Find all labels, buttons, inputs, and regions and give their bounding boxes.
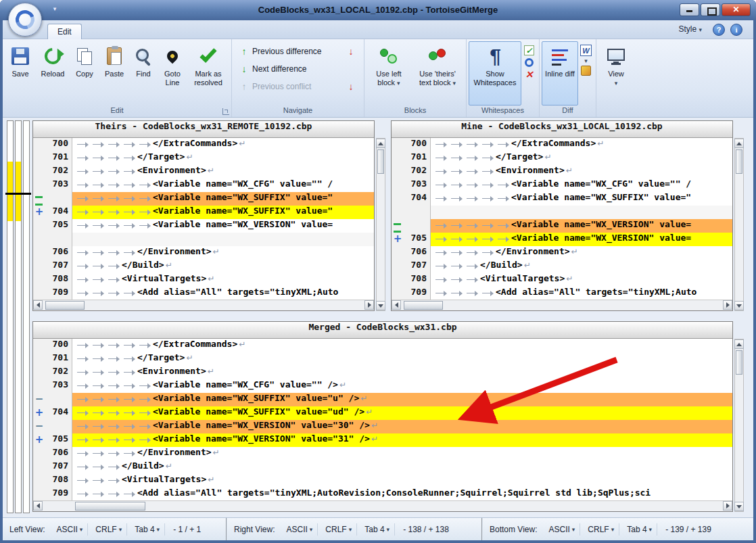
bottom-eol-select[interactable]: CRLF bbox=[583, 523, 619, 536]
mine-vertical-scrollbar[interactable] bbox=[734, 138, 744, 311]
last-conflict-button[interactable] bbox=[343, 81, 359, 92]
diff-locator-bar[interactable] bbox=[7, 120, 30, 513]
tab-edit[interactable]: Edit bbox=[47, 24, 82, 39]
mine-horizontal-scrollbar[interactable] bbox=[392, 300, 732, 310]
show-whitespaces-toggle[interactable]: Show Whitespaces bbox=[469, 41, 521, 105]
inline-diff-toggle[interactable]: Inline diff bbox=[542, 41, 578, 105]
style-dropdown[interactable]: Style bbox=[678, 24, 702, 34]
code-line[interactable]: 704<Variable name="WX_SUFFIX" value=" bbox=[33, 206, 374, 219]
code-line[interactable]: 707</Build> bbox=[33, 461, 732, 474]
code-line[interactable]: 702<Environment> bbox=[392, 165, 732, 179]
code-line[interactable]: 706</Environment> bbox=[33, 447, 732, 461]
edit-group-launcher[interactable] bbox=[222, 108, 229, 115]
code-line[interactable]: 701</Target> bbox=[33, 352, 732, 366]
goto-line-button[interactable]: Goto Line bbox=[158, 41, 187, 105]
previous-conflict-button[interactable]: Previous conflict bbox=[237, 80, 343, 93]
title-bar[interactable]: CodeBlocks_wx31_LOCAL_10192.cbp - Tortoi… bbox=[0, 0, 756, 20]
code-line[interactable]: 708<VirtualTargets> bbox=[392, 273, 732, 287]
code-line[interactable]: 703<Variable name="WX_CFG" value="" / bbox=[33, 179, 374, 192]
scroll-thumb[interactable] bbox=[404, 301, 443, 310]
code-line[interactable]: <Variable name="WX_VERSION" value="30" /… bbox=[33, 420, 732, 433]
chevron-down-icon[interactable] bbox=[584, 57, 588, 64]
highlight-icon[interactable] bbox=[581, 66, 591, 76]
reload-button[interactable]: Reload bbox=[36, 41, 70, 105]
left-tab-select[interactable]: Tab 4 bbox=[130, 523, 165, 536]
code-line[interactable]: 700</ExtraCommands> bbox=[392, 138, 732, 151]
previous-difference-button[interactable]: Previous difference bbox=[237, 45, 343, 58]
mine-code-view[interactable]: 700</ExtraCommands>701</Target>702<Envir… bbox=[392, 138, 732, 300]
code-line[interactable]: 705<Variable name="WX_VERSION" value="31… bbox=[33, 433, 732, 447]
locator-column-right[interactable] bbox=[23, 120, 30, 513]
theirs-code-view[interactable]: 700</ExtraCommands>701</Target>702<Envir… bbox=[33, 138, 374, 300]
next-conflict-button[interactable] bbox=[343, 46, 359, 57]
code-line[interactable]: 704<Variable name="WX_SUFFIX" value=" bbox=[392, 192, 732, 206]
scroll-thumb[interactable] bbox=[75, 502, 145, 511]
scroll-thumb[interactable] bbox=[45, 301, 85, 310]
word-diff-icon[interactable] bbox=[580, 45, 592, 56]
blue-circle-icon[interactable] bbox=[525, 58, 534, 67]
merged-horizontal-scrollbar[interactable] bbox=[33, 500, 732, 511]
locator-column-left[interactable] bbox=[7, 120, 14, 513]
code-line[interactable]: 702<Environment> bbox=[33, 366, 732, 379]
green-check-icon[interactable] bbox=[524, 45, 534, 55]
code-line[interactable]: 700</ExtraCommands> bbox=[33, 339, 732, 352]
scroll-thumb[interactable] bbox=[736, 350, 742, 375]
right-eol-select[interactable]: CRLF bbox=[321, 523, 357, 536]
paste-button[interactable]: Paste bbox=[99, 41, 129, 105]
chevron-down-icon bbox=[157, 526, 160, 533]
info-icon[interactable] bbox=[730, 24, 742, 36]
right-tab-select[interactable]: Tab 4 bbox=[360, 523, 395, 536]
code-line[interactable]: <Variable name="WX_SUFFIX" value=" bbox=[33, 192, 374, 206]
right-encoding-select[interactable]: ASCII bbox=[281, 523, 318, 536]
copy-button[interactable]: Copy bbox=[70, 41, 99, 105]
next-difference-button[interactable]: Next difference bbox=[237, 62, 343, 76]
code-line[interactable]: 701</Target> bbox=[392, 151, 732, 165]
app-menu-button[interactable] bbox=[8, 3, 42, 37]
merged-vertical-scrollbar[interactable] bbox=[734, 339, 744, 512]
use-left-block-button[interactable]: Use left block bbox=[367, 41, 411, 105]
theirs-horizontal-scrollbar[interactable] bbox=[33, 300, 374, 310]
code-line[interactable]: 705<Variable name="WX_VERSION" value= bbox=[392, 233, 732, 246]
theirs-vertical-scrollbar[interactable] bbox=[376, 138, 385, 311]
code-line[interactable]: 708<VirtualTargets> bbox=[33, 273, 374, 287]
use-theirs-text-block-button[interactable]: Use 'theirs' text block bbox=[411, 41, 464, 105]
find-button[interactable]: Find bbox=[129, 41, 158, 105]
mark-as-resolved-button[interactable]: Mark as resolved bbox=[187, 41, 229, 105]
line-margin bbox=[33, 488, 45, 500]
code-line[interactable]: 701</Target> bbox=[33, 151, 374, 165]
code-line[interactable]: 700</ExtraCommands> bbox=[33, 138, 374, 151]
code-line[interactable]: 706</Environment> bbox=[392, 246, 732, 260]
quick-access-dropdown-icon[interactable] bbox=[50, 4, 60, 14]
filler-line[interactable] bbox=[33, 233, 374, 246]
code-line[interactable]: 704<Variable name="WX_SUFFIX" value="ud"… bbox=[33, 406, 732, 420]
code-line[interactable]: 707</Build> bbox=[33, 260, 374, 273]
code-line[interactable]: 705<Variable name="WX_VERSION" value= bbox=[33, 219, 374, 233]
code-line[interactable]: <Variable name="WX_SUFFIX" value="u" /> bbox=[33, 393, 732, 406]
merged-code-view[interactable]: 700</ExtraCommands>701</Target>702<Envir… bbox=[33, 339, 732, 500]
code-line[interactable]: 709<Add alias="All" targets="tinyXML;Aut… bbox=[392, 287, 732, 300]
code-line[interactable]: 707</Build> bbox=[392, 260, 732, 273]
code-line[interactable]: 702<Environment> bbox=[33, 165, 374, 179]
scroll-thumb[interactable] bbox=[377, 149, 384, 174]
bottom-tab-select[interactable]: Tab 4 bbox=[622, 523, 657, 536]
save-button[interactable]: Save bbox=[5, 41, 36, 105]
left-eol-select[interactable]: CRLF bbox=[91, 523, 127, 536]
code-line[interactable]: 709<Add alias="All" targets="tinyXML;Aut… bbox=[33, 287, 374, 300]
scroll-thumb[interactable] bbox=[736, 149, 742, 174]
close-button[interactable] bbox=[722, 3, 751, 16]
code-line[interactable]: 706</Environment> bbox=[33, 246, 374, 260]
filler-line[interactable] bbox=[392, 206, 732, 219]
code-line[interactable]: 708<VirtualTargets> bbox=[33, 474, 732, 488]
red-x-icon[interactable] bbox=[524, 70, 534, 80]
bottom-encoding-select[interactable]: ASCII bbox=[544, 523, 580, 536]
code-line[interactable]: 709<Add alias="All" targets="tinyXML;Aut… bbox=[33, 488, 732, 500]
left-encoding-select[interactable]: ASCII bbox=[51, 523, 88, 536]
help-icon[interactable] bbox=[713, 24, 725, 36]
code-line[interactable]: <Variable name="WX_VERSION" value= bbox=[392, 219, 732, 233]
maximize-button[interactable] bbox=[701, 3, 720, 16]
locator-column-middle[interactable] bbox=[15, 120, 22, 513]
code-line[interactable]: 703<Variable name="WX_CFG" value="" / bbox=[392, 179, 732, 192]
code-line[interactable]: 703<Variable name="WX_CFG" value="" /> bbox=[33, 379, 732, 393]
view-button[interactable]: View bbox=[598, 41, 634, 116]
minimize-button[interactable] bbox=[680, 3, 699, 16]
